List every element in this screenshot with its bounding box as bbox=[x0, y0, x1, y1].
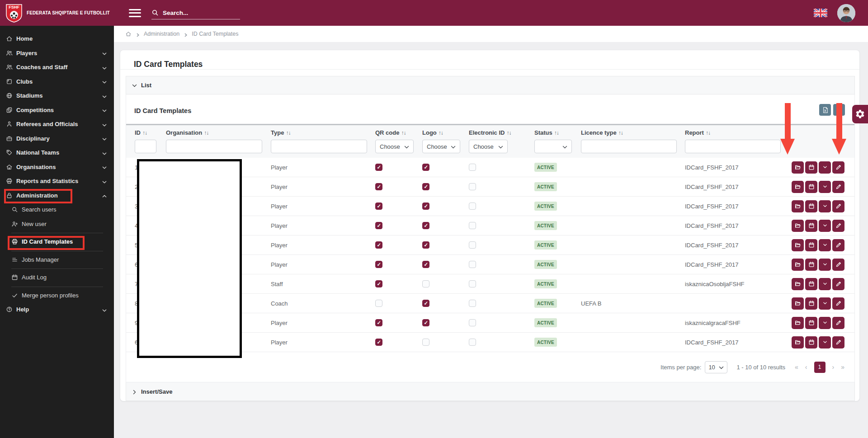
edit-button[interactable] bbox=[832, 336, 844, 349]
logo-checkbox[interactable] bbox=[422, 261, 429, 268]
qr-code-checkbox[interactable] bbox=[375, 222, 382, 229]
edit-button[interactable] bbox=[832, 200, 844, 212]
open-template-button[interactable] bbox=[792, 161, 804, 174]
filter-status-select[interactable] bbox=[534, 140, 572, 153]
column-header-status[interactable]: Status↑↓ bbox=[534, 129, 581, 139]
electronic-id-checkbox[interactable] bbox=[469, 300, 476, 307]
sidebar-item[interactable]: National Teams bbox=[0, 146, 114, 160]
validity-button[interactable] bbox=[805, 239, 817, 251]
filter-electronic-id-select[interactable]: Choose bbox=[469, 140, 508, 153]
expand-row-button[interactable] bbox=[819, 336, 831, 349]
edit-button[interactable] bbox=[832, 239, 844, 251]
menu-toggle-icon[interactable] bbox=[129, 9, 141, 19]
filter-licence-type-input[interactable] bbox=[581, 140, 677, 153]
edit-button[interactable] bbox=[832, 220, 844, 232]
expand-row-button[interactable] bbox=[819, 259, 831, 271]
electronic-id-checkbox[interactable] bbox=[469, 222, 476, 229]
open-template-button[interactable] bbox=[792, 181, 804, 193]
validity-button[interactable] bbox=[805, 200, 817, 212]
sidebar-item[interactable]: Disciplinary bbox=[0, 132, 114, 146]
column-header-type[interactable]: Type↑↓ bbox=[271, 129, 375, 139]
last-page-button[interactable]: » bbox=[841, 363, 844, 371]
home-icon[interactable] bbox=[125, 31, 132, 37]
list-section-header[interactable]: List bbox=[126, 76, 855, 94]
open-template-button[interactable] bbox=[792, 259, 804, 271]
electronic-id-checkbox[interactable] bbox=[469, 241, 476, 249]
electronic-id-checkbox[interactable] bbox=[469, 339, 476, 346]
validity-button[interactable] bbox=[805, 278, 817, 290]
sidebar-item[interactable]: Jobs Manager bbox=[0, 253, 114, 267]
open-template-button[interactable] bbox=[792, 336, 804, 349]
logo-checkbox[interactable] bbox=[422, 183, 429, 190]
sidebar-item[interactable]: Referees and Officials bbox=[0, 117, 114, 132]
open-template-button[interactable] bbox=[792, 200, 804, 212]
filter-qr-code-select[interactable]: Choose bbox=[375, 140, 414, 153]
sidebar-item[interactable]: Players bbox=[0, 46, 114, 61]
insert-save-section-header[interactable]: Insert/Save bbox=[126, 382, 855, 401]
sidebar-item[interactable]: Organisations bbox=[0, 160, 114, 174]
validity-button[interactable] bbox=[805, 297, 817, 310]
filter-logo-select[interactable]: Choose bbox=[422, 140, 460, 153]
column-header-licence-type[interactable]: Licence type↑↓ bbox=[581, 129, 685, 139]
prev-page-button[interactable]: ‹ bbox=[805, 363, 807, 371]
qr-code-checkbox[interactable] bbox=[375, 241, 382, 249]
logo-checkbox[interactable] bbox=[422, 339, 429, 346]
qr-code-checkbox[interactable] bbox=[375, 300, 382, 307]
validity-button[interactable] bbox=[805, 317, 817, 329]
edit-button[interactable] bbox=[832, 297, 844, 310]
filter-type-input[interactable] bbox=[271, 140, 367, 153]
qr-code-checkbox[interactable] bbox=[375, 319, 382, 326]
logo-checkbox[interactable] bbox=[422, 319, 429, 326]
sidebar-item[interactable]: Help bbox=[0, 302, 114, 317]
logo-checkbox[interactable] bbox=[422, 222, 429, 229]
open-template-button[interactable] bbox=[792, 317, 804, 329]
edit-button[interactable] bbox=[832, 317, 844, 329]
current-page-button[interactable]: 1 bbox=[814, 362, 826, 373]
sidebar-item[interactable]: Audit Log bbox=[0, 270, 114, 285]
language-flag-uk[interactable] bbox=[814, 9, 827, 17]
qr-code-checkbox[interactable] bbox=[375, 339, 382, 346]
sidebar-item[interactable]: Coaches and Staff bbox=[0, 60, 114, 75]
first-page-button[interactable]: « bbox=[795, 363, 798, 371]
validity-button[interactable] bbox=[805, 220, 817, 232]
validity-button[interactable] bbox=[805, 336, 817, 349]
logo-checkbox[interactable] bbox=[422, 241, 429, 249]
validity-button[interactable] bbox=[805, 181, 817, 193]
page-size-select[interactable]: 10 bbox=[705, 361, 727, 373]
expand-row-button[interactable] bbox=[819, 239, 831, 251]
expand-row-button[interactable] bbox=[819, 317, 831, 329]
filter-id-input[interactable] bbox=[135, 140, 156, 153]
breadcrumb-item-administration[interactable]: Administration bbox=[144, 31, 179, 37]
logo-checkbox[interactable] bbox=[422, 203, 429, 210]
global-search-input[interactable]: Search... bbox=[151, 6, 240, 19]
column-header-electronic-id[interactable]: Electronic ID↑↓ bbox=[469, 129, 534, 139]
qr-code-checkbox[interactable] bbox=[375, 261, 382, 268]
electronic-id-checkbox[interactable] bbox=[469, 261, 476, 268]
validity-button[interactable] bbox=[805, 161, 817, 174]
sidebar-item[interactable]: Clubs bbox=[0, 75, 114, 89]
column-header-organisation[interactable]: Organisation↑↓ bbox=[166, 129, 271, 139]
expand-row-button[interactable] bbox=[819, 220, 831, 232]
settings-panel-toggle[interactable] bbox=[852, 105, 868, 123]
sidebar-item[interactable]: Home bbox=[0, 32, 114, 46]
expand-row-button[interactable] bbox=[819, 200, 831, 212]
column-header-qr-code[interactable]: QR code↑↓ bbox=[375, 129, 422, 139]
electronic-id-checkbox[interactable] bbox=[469, 203, 476, 210]
edit-button[interactable] bbox=[832, 278, 844, 290]
column-header-id[interactable]: ID↑↓ bbox=[135, 129, 166, 139]
logo-checkbox[interactable] bbox=[422, 280, 429, 287]
sidebar-item[interactable]: Search users bbox=[0, 203, 114, 217]
edit-button[interactable] bbox=[832, 259, 844, 271]
sidebar-item[interactable]: New user bbox=[0, 217, 114, 231]
sidebar-item[interactable]: Merge person profiles bbox=[0, 288, 114, 303]
edit-button[interactable] bbox=[832, 181, 844, 193]
open-template-button[interactable] bbox=[792, 220, 804, 232]
filter-organisation-input[interactable] bbox=[166, 140, 262, 153]
export-excel-button[interactable] bbox=[819, 104, 831, 116]
electronic-id-checkbox[interactable] bbox=[469, 319, 476, 326]
expand-row-button[interactable] bbox=[819, 297, 831, 310]
expand-row-button[interactable] bbox=[819, 161, 831, 174]
user-avatar[interactable] bbox=[837, 4, 855, 22]
open-template-button[interactable] bbox=[792, 239, 804, 251]
open-template-button[interactable] bbox=[792, 297, 804, 310]
